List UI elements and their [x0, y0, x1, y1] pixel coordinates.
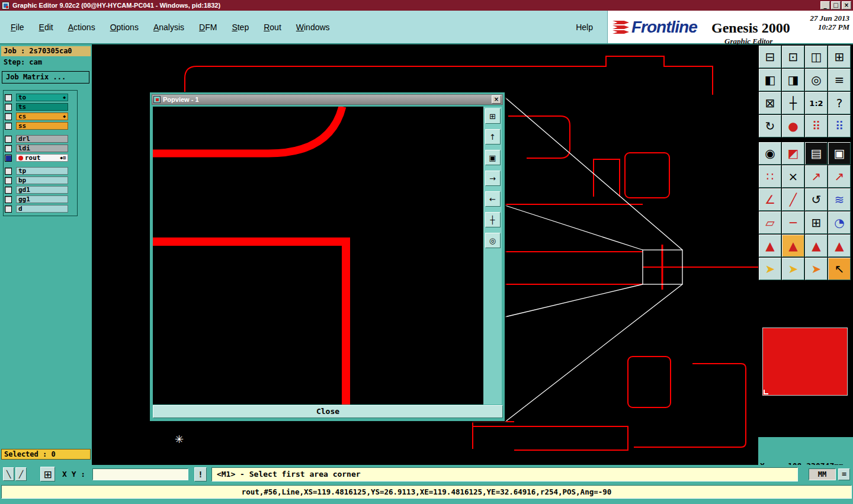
- maximize-button[interactable]: □: [831, 1, 841, 9]
- toolbox-button-10-2[interactable]: ➤: [782, 258, 804, 280]
- layer-visibility-checkbox[interactable]: [5, 136, 12, 143]
- toolbox-button-9-2[interactable]: ▲: [782, 235, 804, 257]
- toolbox-button-5-4[interactable]: ▣: [828, 142, 851, 165]
- popview-center-view-button[interactable]: ◎: [485, 233, 501, 248]
- layer-label[interactable]: rout◆⊞: [16, 154, 68, 162]
- layer-visibility-checkbox[interactable]: [5, 145, 12, 152]
- toolbox-button-2-2[interactable]: ◨: [782, 69, 804, 91]
- layer-label[interactable]: to◆: [16, 94, 68, 101]
- toolbox-button-4-4[interactable]: ⠿: [828, 115, 851, 137]
- layer-visibility-checkbox[interactable]: [5, 104, 12, 111]
- toolbox-button-3-1[interactable]: ⊠: [759, 92, 781, 114]
- units-dropdown-button[interactable]: ≡: [838, 468, 850, 480]
- toolbox-button-6-3[interactable]: ↗: [805, 165, 828, 188]
- toolbox-button-7-3[interactable]: ↺: [805, 188, 828, 211]
- layer-visibility-checkbox[interactable]: [5, 123, 12, 130]
- toolbox-button-3-3[interactable]: 1:2: [805, 92, 828, 114]
- toolbox-button-10-4[interactable]: ↖: [828, 258, 851, 280]
- layer-row-gg1[interactable]: gg1: [5, 195, 76, 204]
- popview-title-bar[interactable]: Popview - 1 ×: [152, 94, 503, 105]
- toolbox-button-7-4[interactable]: ≋: [828, 188, 851, 211]
- layer-row-cs[interactable]: cs◆: [5, 112, 76, 121]
- popview-close-icon[interactable]: ×: [492, 95, 501, 104]
- layer-label[interactable]: d: [16, 205, 68, 213]
- menu-windows[interactable]: Windows: [296, 23, 330, 32]
- grid-toggle-button[interactable]: ⊞: [40, 467, 55, 481]
- layer-label[interactable]: gg1: [16, 195, 68, 203]
- toolbox-button-9-1[interactable]: ▲: [759, 235, 781, 257]
- toolbox-button-8-2[interactable]: ─: [782, 211, 804, 234]
- layer-row-tp[interactable]: tp: [5, 166, 76, 175]
- menu-analysis[interactable]: Analysis: [153, 23, 184, 32]
- toolbox-button-3-4[interactable]: ?: [828, 92, 851, 114]
- layer-visibility-checkbox[interactable]: [5, 155, 12, 162]
- menu-rout[interactable]: Rout: [264, 23, 281, 32]
- layer-row-ldi[interactable]: ldi: [5, 144, 76, 153]
- menu-dfm[interactable]: DFM: [199, 23, 217, 32]
- menu-file[interactable]: File: [11, 23, 24, 32]
- toolbox-button-8-1[interactable]: ▱: [759, 211, 781, 234]
- popview-canvas[interactable]: [153, 107, 483, 405]
- toolbox-button-6-1[interactable]: ∷: [759, 165, 781, 188]
- layer-label[interactable]: gd1: [16, 186, 68, 194]
- toolbox-button-5-3[interactable]: ▤: [805, 142, 828, 165]
- layer-row-drl[interactable]: drl: [5, 134, 76, 143]
- toolbox-button-1-1[interactable]: ⊟: [759, 46, 781, 68]
- layer-label[interactable]: ss: [16, 122, 68, 130]
- job-matrix-button[interactable]: Job Matrix ...: [2, 71, 89, 84]
- toolbox-button-2-4[interactable]: ≡: [828, 69, 851, 91]
- layer-label[interactable]: drl: [16, 135, 68, 143]
- layer-visibility-checkbox[interactable]: [5, 177, 12, 184]
- toolbox-button-9-3[interactable]: ▲: [805, 235, 828, 257]
- toolbox-button-1-2[interactable]: ⊡: [782, 46, 804, 68]
- toolbox-button-4-1[interactable]: ↻: [759, 115, 781, 137]
- layer-row-ts[interactable]: ts: [5, 102, 76, 111]
- layer-row-bp[interactable]: bp: [5, 176, 76, 185]
- popview-close-button[interactable]: Close: [153, 405, 503, 418]
- toolbox-button-10-1[interactable]: ➤: [759, 258, 781, 280]
- menu-help[interactable]: Help: [576, 23, 593, 32]
- xy-input[interactable]: [92, 468, 188, 480]
- layer-row-ss[interactable]: ss: [5, 121, 76, 130]
- layer-visibility-checkbox[interactable]: [5, 196, 12, 203]
- layer-label[interactable]: ts: [16, 103, 68, 111]
- layer-label[interactable]: cs◆: [16, 113, 68, 120]
- toolbox-button-9-4[interactable]: ▲: [828, 235, 851, 257]
- popview-pan-left-button[interactable]: ←: [485, 191, 501, 207]
- popview-view-full-button[interactable]: ▣: [485, 150, 501, 165]
- layer-label[interactable]: ldi: [16, 145, 68, 152]
- menu-options[interactable]: Options: [110, 23, 139, 32]
- toolbox-button-7-2[interactable]: ╱: [782, 188, 804, 211]
- toolbox-button-6-4[interactable]: ↗: [828, 165, 851, 188]
- toolbox-button-8-3[interactable]: ⊞: [805, 211, 828, 234]
- toolbox-button-7-1[interactable]: ∠: [759, 188, 781, 211]
- toolbox-button-6-2[interactable]: ×: [782, 165, 804, 188]
- layer-visibility-checkbox[interactable]: [5, 113, 12, 120]
- toolbox-button-2-3[interactable]: ◎: [805, 69, 828, 91]
- popview-pan-right-button[interactable]: →: [485, 171, 501, 186]
- toolbox-button-1-3[interactable]: ◫: [805, 46, 828, 68]
- toolbox-button-10-3[interactable]: ➤: [805, 258, 828, 280]
- menu-step[interactable]: Step: [232, 23, 249, 32]
- layer-row-d[interactable]: d: [5, 204, 76, 213]
- layer-visibility-checkbox[interactable]: [5, 94, 12, 101]
- toolbox-button-8-4[interactable]: ◔: [828, 211, 851, 234]
- snap-corner-2-button[interactable]: ╱: [15, 467, 27, 481]
- toolbox-button-1-4[interactable]: ⊞: [828, 46, 851, 68]
- minimize-button[interactable]: _: [820, 1, 830, 9]
- layer-row-gd1[interactable]: gd1: [5, 185, 76, 194]
- layer-visibility-checkbox[interactable]: [5, 206, 12, 213]
- overview-pane[interactable]: [759, 323, 852, 400]
- layer-visibility-checkbox[interactable]: [5, 168, 12, 175]
- toolbox-button-3-2[interactable]: ┼: [782, 92, 804, 114]
- layer-label[interactable]: bp: [16, 176, 68, 184]
- popview-pan-up-button[interactable]: ↑: [485, 129, 501, 145]
- toolbox-button-4-2[interactable]: ●: [782, 115, 804, 137]
- menu-actions[interactable]: Actions: [68, 23, 95, 32]
- toolbox-button-5-1[interactable]: ◉: [759, 142, 781, 165]
- close-button[interactable]: ×: [842, 1, 851, 9]
- toolbox-button-5-2[interactable]: ◩: [782, 142, 804, 165]
- layer-visibility-checkbox[interactable]: [5, 187, 12, 194]
- layer-label[interactable]: tp: [16, 167, 68, 175]
- layer-row-rout[interactable]: rout◆⊞: [5, 153, 76, 162]
